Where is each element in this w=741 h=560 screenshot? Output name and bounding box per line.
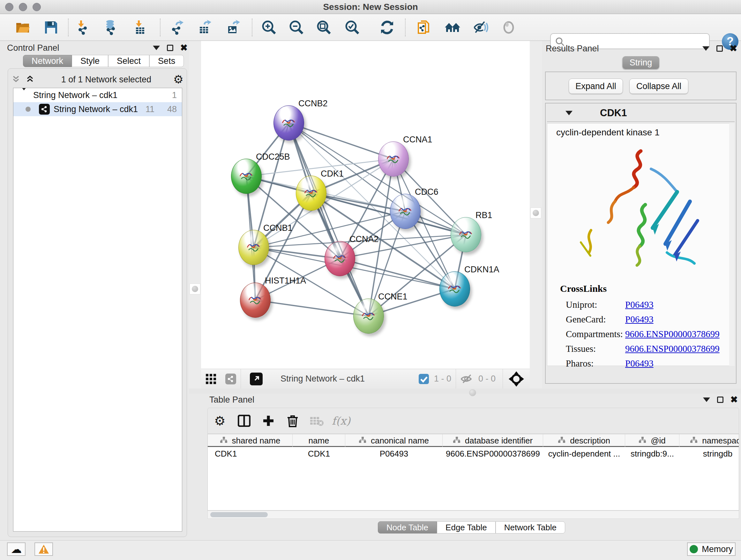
column-header-name[interactable]: name — [293, 434, 345, 447]
edge-CCNA2-CDKN1A[interactable] — [340, 259, 455, 289]
panel-float-icon[interactable] — [717, 396, 724, 403]
memory-button[interactable]: Memory — [687, 543, 736, 556]
hide-show-icon[interactable] — [473, 19, 489, 36]
column-header-canonical-name[interactable]: canonical name — [345, 434, 443, 447]
network-canvas[interactable]: CCNB2CCNA1CDC25BCDK1CDC6RB1CCNB1CCNA2CDK… — [201, 41, 530, 369]
zoom-selected-icon[interactable] — [344, 19, 360, 36]
panel-float-icon[interactable] — [717, 45, 723, 52]
add-column-icon[interactable] — [256, 415, 280, 427]
node-CDC25B[interactable] — [231, 159, 262, 194]
close-window-button[interactable] — [5, 3, 13, 11]
hidden-eye-icon[interactable] — [460, 373, 474, 385]
network-collection-row[interactable]: String Network – cdk1 1 — [13, 88, 182, 102]
tab-sets[interactable]: Sets — [149, 55, 184, 67]
grid-view-icon[interactable] — [201, 374, 221, 384]
tab-edge-table[interactable]: Edge Table — [437, 521, 495, 534]
detach-view-icon[interactable] — [241, 373, 272, 385]
node-HIST1H1A[interactable] — [240, 283, 271, 318]
tab-network[interactable]: Network — [23, 55, 72, 67]
tab-node-table[interactable]: Node Table — [378, 521, 437, 534]
export-table-icon[interactable] — [197, 19, 213, 36]
zoom-in-icon[interactable] — [261, 19, 277, 36]
section-collapse-icon[interactable] — [565, 111, 572, 115]
node-CCNA2[interactable] — [325, 241, 355, 276]
crosslink-link[interactable]: 9606.ENSP00000378699 — [625, 344, 720, 354]
node-CCNE1[interactable] — [353, 299, 384, 334]
node-CCNB1[interactable] — [239, 230, 269, 265]
selected-checkbox-icon[interactable] — [418, 373, 429, 385]
save-session-icon[interactable] — [43, 19, 59, 36]
right-splitter[interactable] — [530, 41, 542, 388]
table-horizontal-scrollbar[interactable] — [207, 510, 739, 519]
cell--id[interactable]: stringdb:9... — [625, 449, 679, 459]
network-view-type-icon[interactable] — [221, 374, 241, 384]
cell-database-identifier[interactable]: 9606.ENSP00000378699 — [443, 449, 543, 459]
crosslink-link[interactable]: 9606.ENSP00000378699 — [625, 329, 720, 339]
zoom-window-button[interactable] — [32, 3, 41, 11]
expand-all-icon[interactable] — [25, 75, 35, 84]
delete-column-icon[interactable] — [280, 415, 305, 427]
panel-float-icon[interactable] — [167, 45, 173, 51]
node-RB1[interactable] — [451, 217, 481, 252]
node-CCNB2[interactable] — [273, 105, 304, 140]
cell-name[interactable]: CDK1 — [293, 449, 345, 459]
zoom-out-icon[interactable] — [288, 19, 305, 36]
import-network-database-icon[interactable] — [103, 19, 119, 36]
column-header-namespace[interactable]: namespace — [679, 434, 739, 447]
collapse-all-button[interactable]: Collapse All — [629, 78, 688, 94]
panel-menu-icon[interactable] — [702, 46, 710, 51]
tab-string[interactable]: String — [623, 56, 659, 69]
crosslink-link[interactable]: P06493 — [625, 358, 654, 369]
panel-close-icon[interactable]: ✖ — [730, 44, 737, 53]
table-options-gear-icon[interactable]: ⚙ — [208, 415, 232, 427]
edge-CCNB2-CCNE1[interactable] — [289, 123, 368, 316]
node-CDK1[interactable] — [296, 176, 327, 211]
warnings-button[interactable] — [35, 543, 53, 556]
tab-network-table[interactable]: Network Table — [495, 521, 565, 534]
cell-canonical-name[interactable]: P06493 — [345, 449, 443, 459]
share-document-icon[interactable] — [416, 19, 432, 36]
collapse-all-icon[interactable] — [11, 75, 21, 84]
zoom-fit-icon[interactable] — [316, 19, 332, 36]
crosslink-link[interactable]: P06493 — [625, 300, 654, 310]
cell-namespace[interactable]: stringdb — [679, 449, 739, 459]
cloud-button[interactable]: ☁ — [7, 543, 25, 556]
minimize-window-button[interactable] — [19, 3, 27, 11]
table-row[interactable]: CDK1CDK1P064939606.ENSP00000378699cyclin… — [208, 447, 739, 460]
results-scrollbar[interactable] — [729, 123, 735, 366]
export-image-icon[interactable] — [225, 19, 242, 36]
column-header-database-identifier[interactable]: database identifier — [443, 434, 543, 447]
network-options-gear-icon[interactable]: ⚙ — [173, 74, 184, 85]
expand-all-button[interactable]: Expand All — [569, 78, 623, 94]
import-network-file-icon[interactable] — [75, 19, 91, 36]
refresh-icon[interactable] — [379, 19, 395, 36]
column-header-description[interactable]: description — [543, 434, 625, 447]
edge-HIST1H1A-CCNE1[interactable] — [255, 300, 368, 316]
export-network-icon[interactable] — [169, 19, 186, 36]
birdseye-crosshair-icon[interactable] — [508, 371, 525, 387]
edge-CCNB2-CCNA1[interactable] — [289, 123, 394, 159]
crosslink-link[interactable]: P06493 — [625, 314, 654, 325]
node-CDC6[interactable] — [390, 194, 421, 229]
open-file-icon[interactable] — [14, 19, 31, 36]
horizontal-splitter[interactable] — [189, 388, 741, 394]
column-header--id[interactable]: @id — [625, 434, 679, 447]
panel-menu-icon[interactable] — [703, 397, 710, 402]
panel-close-icon[interactable]: ✖ — [731, 395, 738, 404]
column-header-shared-name[interactable]: shared name — [208, 434, 293, 447]
cell-description[interactable]: cyclin-dependent ... — [543, 449, 625, 459]
tab-select[interactable]: Select — [108, 55, 149, 67]
node-CCNA1[interactable] — [378, 141, 409, 177]
left-splitter[interactable] — [189, 41, 201, 388]
node-CDKN1A[interactable] — [440, 271, 470, 307]
import-table-icon[interactable] — [132, 19, 149, 36]
network-row[interactable]: String Network – cdk1 11 48 — [13, 102, 182, 116]
show-columns-icon[interactable] — [232, 415, 256, 427]
tree-expand-icon[interactable] — [20, 90, 27, 100]
panel-menu-icon[interactable] — [153, 46, 160, 50]
panel-close-icon[interactable]: ✖ — [180, 44, 188, 52]
home-pages-icon[interactable] — [444, 19, 461, 36]
tab-style[interactable]: Style — [72, 55, 108, 67]
gene-section-header[interactable]: CDK1 — [547, 105, 735, 122]
cell-shared-name[interactable]: CDK1 — [208, 449, 293, 459]
